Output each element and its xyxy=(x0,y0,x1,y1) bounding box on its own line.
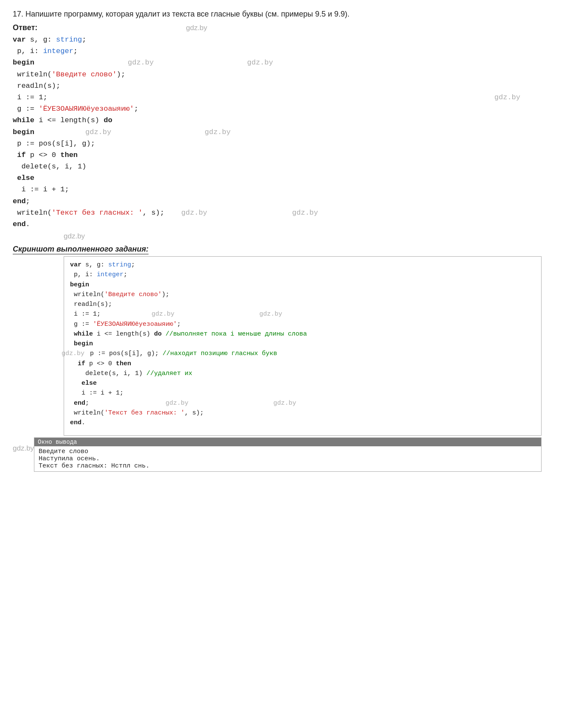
code-line-3: begin gdz.by gdz.by xyxy=(13,57,554,68)
code-line-6: i := 1; gdz.by xyxy=(13,92,554,103)
watermark-left-output: gdz.by xyxy=(13,444,34,453)
task-number: 17. xyxy=(13,10,23,18)
ss-line-4: writeln('Введите слово'); xyxy=(70,290,535,300)
ss-line-16: writeln('Текст без гласных: ', s); xyxy=(70,408,535,418)
code-line-15: end; xyxy=(13,196,554,207)
code-line-11: if p <> 0 then xyxy=(13,149,554,161)
watermark-top-center: gdz.by xyxy=(186,24,207,32)
code-line-13: else xyxy=(13,172,554,184)
code-line-7: g := 'ЁУЕЗОАЫЯИЮёуезоаыяию'; xyxy=(13,103,554,115)
output-header: Окно вывода xyxy=(34,438,541,446)
code-line-14: i := i + 1; xyxy=(13,184,554,195)
ss-line-5: readln(s); xyxy=(70,300,535,309)
code-line-5: readln(s); xyxy=(13,80,554,92)
screenshot-label: Скриншот выполненного задания: xyxy=(13,245,149,255)
ss-line-2: p, i: integer; xyxy=(70,270,535,280)
ss-line-14: i := i + 1; xyxy=(70,388,535,398)
ss-line-1: var s, g: string; xyxy=(70,260,535,270)
page-container: 17. Напишите программу, которая удалит и… xyxy=(13,8,554,472)
output-line-3: Текст без гласных: Нстпл снь. xyxy=(39,462,537,470)
ss-line-3: begin xyxy=(70,280,535,290)
output-content: Введите слово Наступила осень. Текст без… xyxy=(34,446,541,471)
code-line-12: delete(s, i, 1) xyxy=(13,161,554,172)
ss-line-8: while i <= length(s) do //выполняет пока… xyxy=(70,329,535,339)
screenshot-box: var s, g: string; p, i: integer; begin w… xyxy=(64,256,542,436)
ss-line-11: if p <> 0 then xyxy=(70,359,535,369)
ss-line-17: end. xyxy=(70,418,535,428)
code-line-2: p, i: integer; xyxy=(13,45,554,57)
ss-line-12: delete(s, i, 1) //удаляет их xyxy=(70,369,535,378)
code-line-1: var s, g: string; xyxy=(13,34,554,45)
ss-line-7: g := 'ЁУЕЗОАЫЯИЮёуезоаыяию'; xyxy=(70,319,535,329)
code-line-16: writeln('Текст без гласных: ', s); gdz.b… xyxy=(13,207,554,218)
code-line-4: writeln('Введите слово'); xyxy=(13,69,554,80)
ss-line-13: else xyxy=(70,378,535,388)
output-box: Окно вывода Введите слово Наступила осен… xyxy=(34,437,542,472)
code-line-10: p := pos(s[i], g); xyxy=(13,138,554,149)
ss-line-9: begin xyxy=(70,339,535,349)
main-code: var s, g: string; p, i: integer; begin g… xyxy=(13,34,554,230)
code-line-8: while i <= length(s) do xyxy=(13,115,554,126)
ss-line-6: i := 1; gdz.by gdz.by xyxy=(70,309,535,319)
ss-line-15: end; gdz.by gdz.by xyxy=(70,398,535,408)
task-description: Напишите программу, которая удалит из те… xyxy=(25,10,349,18)
task-text: 17. Напишите программу, которая удалит и… xyxy=(13,8,554,20)
ss-line-10: gdz.by p := pos(s[i], g); //находит пози… xyxy=(70,349,535,358)
code-line-9: begin gdz.by gdz.by xyxy=(13,126,554,138)
code-line-17: end. xyxy=(13,218,554,230)
output-line-1: Введите слово xyxy=(39,448,537,455)
answer-label: Ответ: xyxy=(13,23,37,32)
output-line-2: Наступила осень. xyxy=(39,455,537,462)
watermark-below-end: gdz.by xyxy=(64,232,85,241)
